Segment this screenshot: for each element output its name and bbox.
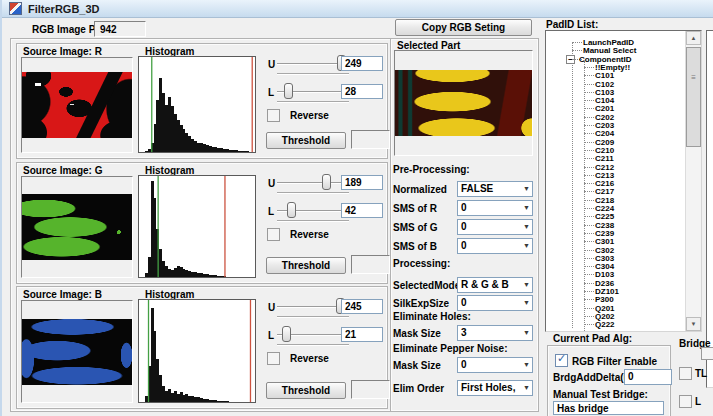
bridge-l-checkbox[interactable]: [679, 395, 692, 408]
setting-dropdown[interactable]: 0▼: [457, 238, 533, 254]
setting-label: SMS of G: [393, 222, 437, 233]
tree-line: [584, 67, 594, 68]
u-value-input[interactable]: 189: [341, 175, 383, 190]
bridge-tl-label: TL: [695, 368, 707, 379]
tree-line: [584, 75, 594, 76]
manual-test-bridge-input[interactable]: Has bridge: [553, 401, 664, 415]
chevron-down-icon: ▼: [523, 384, 530, 391]
chevron-down-icon: ▼: [523, 242, 530, 249]
setting-dropdown[interactable]: 3▼: [457, 325, 533, 341]
slider-underline: [277, 316, 349, 317]
setting-dropdown[interactable]: 0▼: [457, 200, 533, 216]
tree-line: [584, 200, 594, 201]
u-value-input[interactable]: 245: [341, 299, 383, 314]
setting-dropdown[interactable]: 0▼: [457, 295, 533, 311]
bridge-tl-checkbox[interactable]: [679, 367, 692, 380]
l-slider-thumb[interactable]: [284, 83, 293, 99]
slider-track: [277, 182, 347, 183]
setting-label: Elim Order: [393, 383, 444, 394]
chevron-down-icon: ▼: [523, 281, 530, 288]
histogram-frame: [138, 299, 256, 403]
histogram-frame: [138, 56, 256, 153]
tree-line: [572, 50, 582, 51]
tree-line: [584, 84, 594, 85]
setting-dropdown[interactable]: 0▼: [457, 357, 533, 373]
u-value-input[interactable]: 249: [341, 56, 383, 71]
scrollbar-thumb[interactable]: ≡: [686, 47, 701, 147]
reverse-checkbox[interactable]: [267, 109, 280, 122]
dropdown-value: First Holes,: [461, 382, 515, 393]
current-pad-alg-title: Current Pad Alg:: [551, 333, 634, 344]
tree-line: [584, 250, 594, 251]
reverse-checkbox[interactable]: [267, 228, 280, 241]
l-value-input[interactable]: 28: [341, 84, 383, 99]
l-slider[interactable]: [277, 202, 347, 220]
setting-dropdown[interactable]: 0▼: [457, 219, 533, 235]
tree-line: [584, 92, 594, 93]
threshold-result-box: [351, 130, 390, 149]
channel-image: [22, 319, 132, 385]
tree-content: LaunchPadIDManual Select−ComponentID!!Em…: [546, 31, 686, 331]
tree-line: [584, 183, 594, 184]
l-label: L: [268, 87, 274, 98]
l-slider[interactable]: [277, 326, 347, 344]
slider-underline: [277, 73, 349, 74]
l-slider[interactable]: [277, 83, 347, 101]
tree-line: [584, 324, 594, 325]
channels-panel: Source Image: R Histogram U 249 L 28 Rev…: [10, 38, 392, 412]
setting-dropdown[interactable]: R & G & B▼: [457, 277, 533, 293]
rgb-filter-checkbox[interactable]: ✓: [555, 354, 568, 367]
l-value-input[interactable]: 42: [341, 203, 383, 218]
channel-group: Source Image: B Histogram U 245 L 21 Rev…: [16, 286, 388, 409]
channel-image-frame: [21, 57, 133, 153]
threshold-button[interactable]: Threshold: [266, 257, 346, 274]
window-titlebar[interactable]: FilterRGB_3D: [0, 0, 713, 18]
tree-scrollbar[interactable]: ▲ ≡ ▼: [685, 31, 701, 331]
threshold-button[interactable]: Threshold: [266, 382, 346, 399]
reverse-checkbox[interactable]: [267, 352, 280, 365]
bridge-l-label: L: [695, 396, 701, 407]
tree-line: [584, 117, 594, 118]
u-slider[interactable]: [277, 298, 347, 316]
chevron-down-icon: ▼: [523, 223, 530, 230]
source-image-label: Source Image: R: [23, 46, 102, 57]
tree-line: [584, 274, 594, 275]
dropdown-value: 3: [461, 327, 467, 338]
scroll-up-icon[interactable]: ▲: [686, 31, 701, 45]
dropdown-value: 0: [461, 359, 467, 370]
l-slider-thumb[interactable]: [287, 202, 296, 218]
dropdown-value: R & G & B: [461, 279, 509, 290]
section-header: Eliminate Pepper Noise:: [393, 343, 507, 354]
u-label: U: [268, 302, 275, 313]
l-value-input[interactable]: 21: [341, 327, 383, 342]
channel-image: [22, 72, 132, 138]
padid-tree: LaunchPadIDManual Select−ComponentID!!Em…: [545, 30, 702, 332]
tree-item-label: Q233: [595, 329, 615, 332]
u-label: U: [268, 178, 275, 189]
histogram-frame: [138, 175, 256, 278]
l-slider-thumb[interactable]: [282, 326, 291, 342]
tree-line: [584, 258, 594, 259]
tree-line: [584, 133, 594, 134]
slider-underline: [277, 101, 349, 102]
u-slider[interactable]: [277, 174, 347, 192]
bridge-delta-input[interactable]: 0: [624, 369, 672, 385]
threshold-button[interactable]: Threshold: [266, 132, 346, 149]
histogram-plot: [139, 57, 255, 152]
tree-item[interactable]: Q233: [546, 329, 686, 332]
check-icon: ✓: [557, 352, 566, 365]
rgb-filter-label: RGB Filter Enable: [572, 356, 657, 367]
histogram-plot: [139, 300, 255, 402]
setting-label: SelectedMode: [393, 280, 460, 291]
bridge-clipped-checkbox[interactable]: [701, 347, 713, 360]
setting-dropdown[interactable]: FALSE▼: [457, 181, 533, 197]
u-slider-thumb[interactable]: [322, 174, 331, 190]
l-label: L: [268, 206, 274, 217]
setting-dropdown[interactable]: First Holes,▼: [457, 380, 533, 396]
tree-line: [584, 208, 594, 209]
scroll-down-icon[interactable]: ▼: [686, 317, 701, 331]
copy-rgb-setting-button[interactable]: Copy RGB Seting: [395, 19, 532, 36]
tree-line: [584, 225, 594, 226]
u-slider[interactable]: [277, 55, 347, 73]
chevron-down-icon: ▼: [523, 204, 530, 211]
